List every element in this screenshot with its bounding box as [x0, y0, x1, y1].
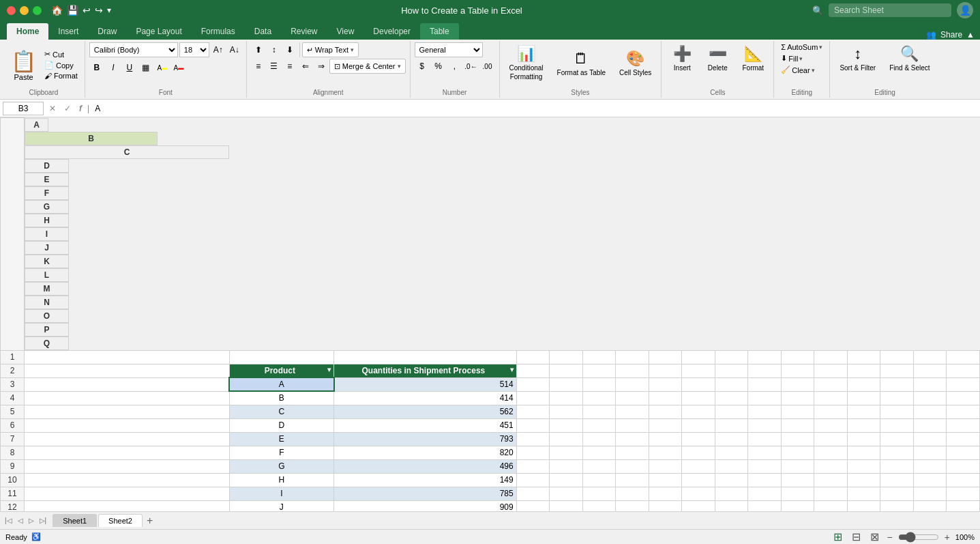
col-header-m[interactable]: M — [25, 282, 69, 296]
cell-reference-box[interactable] — [3, 102, 44, 115]
minimize-button[interactable] — [20, 6, 29, 15]
cell[interactable] — [880, 487, 914, 500]
cell-product[interactable]: D — [229, 418, 334, 432]
cell-product[interactable]: E — [229, 432, 334, 446]
cell[interactable] — [847, 350, 880, 364]
fill-button[interactable]: ⬇ Fill ▾ — [778, 53, 825, 63]
cell[interactable] — [616, 473, 649, 487]
row-number[interactable]: 6 — [1, 418, 25, 432]
cell[interactable] — [781, 459, 814, 473]
cell-quantity[interactable]: 496 — [334, 459, 517, 473]
insert-button[interactable]: ➕ Insert — [666, 42, 698, 74]
cell[interactable] — [649, 446, 682, 459]
sheet-first-button[interactable]: |◁ — [3, 516, 14, 525]
cell[interactable] — [550, 364, 583, 377]
col-header-k[interactable]: K — [25, 255, 69, 268]
cell[interactable] — [616, 432, 649, 446]
cell[interactable] — [913, 473, 947, 487]
cell[interactable] — [847, 418, 880, 432]
cell[interactable] — [616, 391, 649, 405]
cell-product[interactable]: F — [229, 446, 334, 459]
cell[interactable] — [715, 432, 748, 446]
cell[interactable] — [814, 418, 848, 432]
product-filter-icon[interactable]: ▾ — [327, 366, 331, 373]
cell-quantity[interactable]: 793 — [334, 432, 517, 446]
decrease-font-button[interactable]: A↓ — [227, 42, 242, 57]
cell-a[interactable] — [25, 459, 230, 473]
cell[interactable] — [748, 500, 782, 511]
header-quantities[interactable]: Quantities in Shipment Process ▾ — [334, 364, 517, 377]
cell[interactable] — [847, 377, 880, 391]
cell[interactable] — [516, 418, 550, 432]
tab-draw[interactable]: Draw — [88, 23, 126, 40]
italic-button[interactable]: I — [106, 60, 121, 75]
formula-cancel-icon[interactable]: ✕ — [46, 104, 59, 113]
cell[interactable] — [781, 364, 814, 377]
cell[interactable] — [649, 405, 682, 418]
cell-a[interactable] — [25, 500, 230, 511]
cell-quantity[interactable]: 820 — [334, 446, 517, 459]
align-top-button[interactable]: ⬆ — [251, 42, 266, 57]
cell[interactable] — [715, 377, 748, 391]
cell[interactable] — [748, 459, 782, 473]
close-button[interactable] — [7, 6, 16, 15]
cell[interactable] — [550, 377, 583, 391]
cell[interactable] — [682, 350, 715, 364]
cell[interactable] — [516, 487, 550, 500]
cell-a[interactable] — [25, 405, 230, 418]
cell-a[interactable] — [25, 473, 230, 487]
clear-button[interactable]: 🧹 Clear ▾ — [778, 65, 825, 75]
col-header-p[interactable]: P — [25, 323, 69, 337]
conditional-formatting-button[interactable]: 📊 Conditional Formatting — [504, 42, 549, 83]
cell[interactable] — [814, 364, 848, 377]
currency-button[interactable]: $ — [415, 59, 430, 74]
cell[interactable] — [550, 459, 583, 473]
cell-a[interactable] — [25, 432, 230, 446]
cell[interactable] — [516, 391, 550, 405]
row-number[interactable]: 5 — [1, 405, 25, 418]
cell[interactable] — [814, 446, 848, 459]
profile-avatar[interactable]: 👤 — [957, 2, 973, 18]
bold-button[interactable]: B — [89, 60, 104, 75]
cell[interactable] — [550, 405, 583, 418]
cell-quantity[interactable]: 785 — [334, 487, 517, 500]
decrease-decimal-button[interactable]: .0← — [464, 59, 479, 74]
function-icon[interactable]: f — [76, 104, 85, 113]
zoom-slider[interactable] — [898, 532, 939, 543]
font-size-select[interactable]: 18 — [179, 42, 209, 57]
cell[interactable] — [682, 487, 715, 500]
cell[interactable] — [847, 473, 880, 487]
row-number[interactable]: 1 — [1, 350, 25, 364]
cell[interactable] — [516, 432, 550, 446]
cell[interactable] — [516, 446, 550, 459]
underline-button[interactable]: U — [122, 60, 137, 75]
home-icon[interactable]: 🏠 — [51, 5, 63, 16]
col-header-n[interactable]: N — [25, 296, 69, 309]
cell[interactable] — [715, 459, 748, 473]
cell[interactable] — [649, 418, 682, 432]
cell[interactable] — [550, 500, 583, 511]
cell[interactable] — [715, 446, 748, 459]
add-sheet-button[interactable]: + — [144, 515, 155, 527]
tab-insert[interactable]: Insert — [48, 23, 88, 40]
cell[interactable] — [715, 487, 748, 500]
cell[interactable] — [781, 377, 814, 391]
cell[interactable] — [616, 377, 649, 391]
merge-center-button[interactable]: ⊡ Merge & Center ▾ — [329, 59, 406, 74]
cell[interactable] — [582, 459, 616, 473]
search-input[interactable] — [829, 3, 951, 17]
col-header-j[interactable]: J — [25, 241, 69, 255]
cell[interactable] — [715, 473, 748, 487]
tab-page-layout[interactable]: Page Layout — [126, 23, 191, 40]
share-button[interactable]: Share — [940, 30, 962, 40]
cell[interactable] — [781, 350, 814, 364]
cell[interactable] — [781, 500, 814, 511]
cell[interactable] — [682, 418, 715, 432]
cell[interactable] — [516, 473, 550, 487]
cell[interactable] — [616, 459, 649, 473]
cell-product[interactable]: C — [229, 405, 334, 418]
cell[interactable] — [880, 364, 914, 377]
cell[interactable] — [913, 487, 947, 500]
cell[interactable] — [947, 350, 980, 364]
row-number[interactable]: 8 — [1, 446, 25, 459]
